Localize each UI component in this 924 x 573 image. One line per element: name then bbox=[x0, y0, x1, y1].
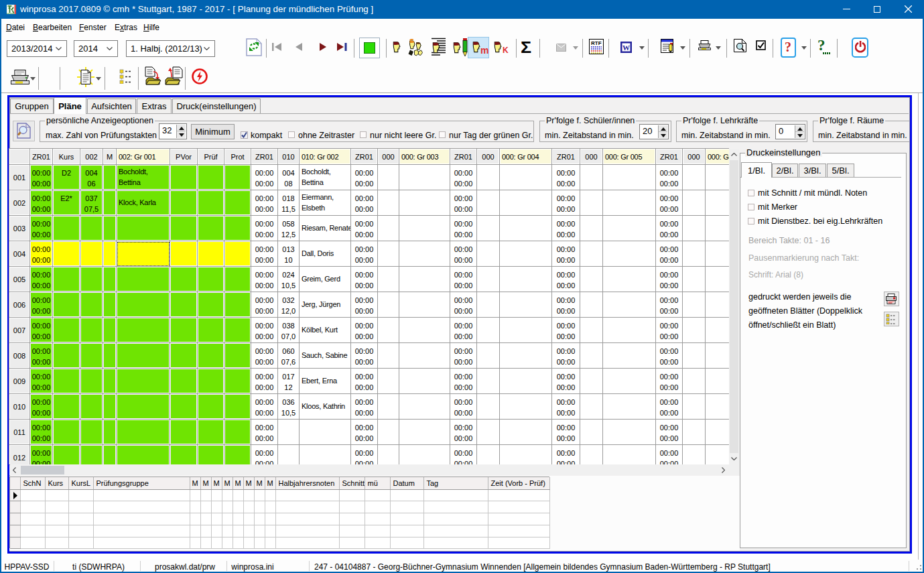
svg-text:RTF: RTF bbox=[591, 40, 602, 46]
svg-text:W: W bbox=[622, 44, 630, 52]
